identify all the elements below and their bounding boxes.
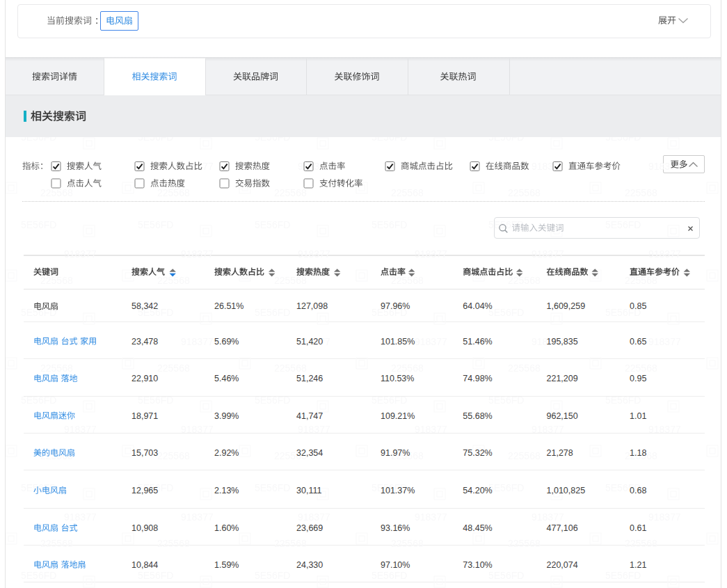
- svg-text:12,965: 12,965: [131, 486, 158, 495]
- svg-text:221,209: 221,209: [547, 374, 578, 383]
- svg-text:101.85%: 101.85%: [381, 337, 415, 347]
- svg-text:5.69%: 5.69%: [214, 337, 239, 347]
- svg-text:1.18: 1.18: [630, 448, 646, 458]
- svg-text:0.65: 0.65: [630, 337, 646, 347]
- svg-text:1.01: 1.01: [630, 411, 646, 421]
- svg-text:26.51%: 26.51%: [214, 301, 243, 311]
- svg-text:51.46%: 51.46%: [463, 337, 492, 347]
- svg-text:30,111: 30,111: [296, 486, 321, 495]
- svg-text:51,246: 51,246: [296, 374, 323, 383]
- svg-text:64.04%: 64.04%: [463, 301, 492, 311]
- svg-text:32,354: 32,354: [296, 448, 323, 458]
- svg-text:5.46%: 5.46%: [214, 374, 239, 383]
- svg-text:10,844: 10,844: [131, 560, 158, 570]
- svg-text:23,478: 23,478: [131, 337, 158, 347]
- svg-text:1,609,259: 1,609,259: [547, 301, 586, 311]
- svg-text:93.16%: 93.16%: [381, 523, 410, 533]
- svg-text:97.96%: 97.96%: [381, 301, 410, 311]
- svg-text:91.97%: 91.97%: [381, 448, 410, 458]
- svg-text:74.98%: 74.98%: [463, 374, 492, 383]
- svg-text:18,971: 18,971: [131, 411, 158, 421]
- svg-text:15,703: 15,703: [131, 448, 158, 458]
- svg-text:195,835: 195,835: [547, 337, 578, 347]
- svg-text:24,330: 24,330: [296, 560, 323, 570]
- svg-text:1.59%: 1.59%: [214, 560, 239, 570]
- svg-text:41,747: 41,747: [296, 411, 323, 421]
- svg-text:101.37%: 101.37%: [381, 486, 415, 495]
- svg-text:75.32%: 75.32%: [463, 448, 492, 458]
- svg-text:48.45%: 48.45%: [463, 523, 492, 533]
- svg-text:0.85: 0.85: [630, 301, 646, 311]
- svg-text:58,342: 58,342: [131, 301, 158, 311]
- svg-text:962,150: 962,150: [547, 411, 578, 421]
- svg-text:2.92%: 2.92%: [214, 448, 239, 458]
- svg-text:477,106: 477,106: [547, 523, 578, 533]
- svg-text:0.61: 0.61: [630, 523, 646, 533]
- svg-text:1.60%: 1.60%: [214, 523, 239, 533]
- svg-text:51,420: 51,420: [296, 337, 323, 347]
- svg-text:127,098: 127,098: [296, 301, 328, 311]
- svg-text:3.99%: 3.99%: [214, 411, 239, 421]
- svg-text:220,074: 220,074: [547, 560, 578, 570]
- svg-text:0.68: 0.68: [630, 486, 646, 495]
- svg-text:109.21%: 109.21%: [381, 411, 415, 421]
- svg-text:2.13%: 2.13%: [214, 486, 239, 495]
- svg-text:54.20%: 54.20%: [463, 486, 492, 495]
- svg-text:110.53%: 110.53%: [381, 374, 414, 383]
- svg-text:97.10%: 97.10%: [381, 560, 410, 570]
- svg-text:10,908: 10,908: [131, 523, 158, 533]
- svg-text:1.21: 1.21: [630, 560, 646, 570]
- svg-text:23,669: 23,669: [296, 523, 323, 533]
- svg-text:73.10%: 73.10%: [463, 560, 492, 570]
- svg-text:55.68%: 55.68%: [463, 411, 492, 421]
- svg-text:21,278: 21,278: [547, 448, 573, 458]
- svg-text:22,910: 22,910: [131, 374, 158, 383]
- svg-text:0.95: 0.95: [630, 374, 646, 383]
- svg-text:1,010,825: 1,010,825: [547, 486, 586, 495]
